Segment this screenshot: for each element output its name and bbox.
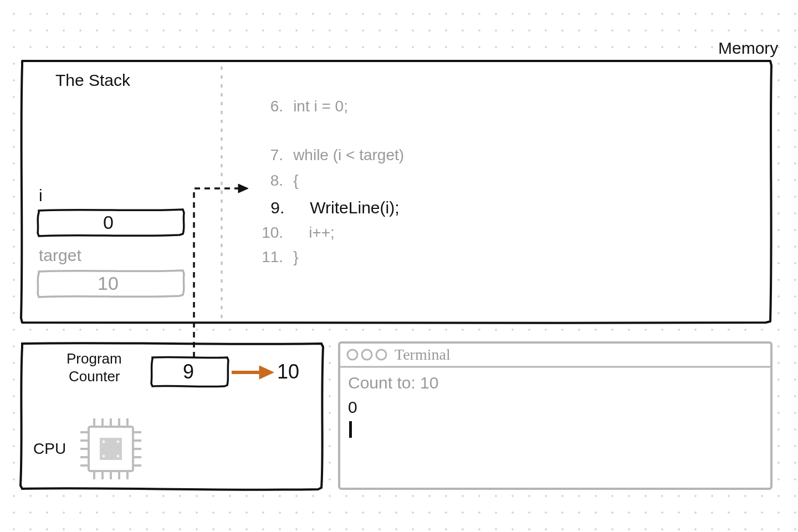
svg-rect-3: [339, 342, 771, 489]
cpu-title: CPU: [33, 440, 66, 458]
stack-var-value-i: 0: [103, 212, 114, 233]
memory-title: Memory: [718, 39, 778, 58]
cpu-chip-icon: [80, 418, 141, 479]
stack-var-name-i: i: [39, 186, 43, 205]
code-line-11: 11.}: [233, 231, 298, 284]
pc-next-value: 10: [277, 360, 299, 383]
svg-point-8: [117, 441, 120, 443]
terminal-title: Terminal: [395, 346, 451, 364]
code-line-6: 6.int i = 0;: [233, 80, 348, 133]
terminal-window: [339, 342, 771, 489]
terminal-cursor-icon: [349, 421, 352, 438]
svg-point-7: [103, 441, 105, 443]
pc-label-1: Program: [66, 350, 122, 367]
stack-var-value-target: 10: [98, 273, 119, 294]
pc-value: 9: [183, 360, 194, 383]
svg-point-9: [103, 455, 105, 458]
stack-title: The Stack: [55, 71, 130, 90]
pc-label-2: Counter: [69, 368, 120, 385]
diagram-layer: Memory The Stack i 0 target 10 6.int i =…: [0, 0, 798, 532]
stack-var-name-target: target: [39, 246, 81, 265]
terminal-prompt: Count to: 10: [348, 374, 438, 392]
svg-point-10: [117, 455, 120, 458]
terminal-output-0: 0: [348, 398, 357, 417]
